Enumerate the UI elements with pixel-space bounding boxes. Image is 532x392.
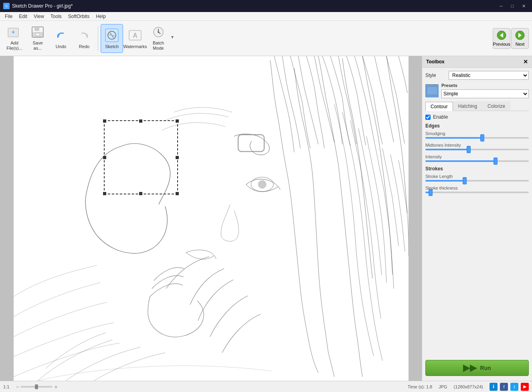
edges-label: Edges [425, 123, 529, 129]
time-label: Time (s): 1.8 [408, 384, 432, 389]
statusbar-zoom: − + [16, 384, 57, 390]
facebook-icon[interactable]: f [500, 383, 508, 391]
batch-mode-label: BatchMode [153, 40, 164, 51]
run-area: ▶▶ Run [422, 355, 532, 381]
toolbox-title: Toolbox [426, 59, 445, 65]
toolbox-close-icon[interactable]: ✕ [523, 59, 528, 65]
sketch-button[interactable]: Sketch [101, 24, 123, 53]
tab-hatching[interactable]: Hatching [453, 101, 482, 111]
status-social: ℹ f t ▶ [490, 383, 529, 391]
navigation-area: Previous Next [493, 28, 529, 49]
intensity-track[interactable] [425, 160, 529, 162]
svg-rect-27 [426, 85, 439, 97]
style-row: Style Realistic Simple Detailed Cartoon [425, 71, 529, 80]
save-as-icon [30, 26, 45, 39]
main-area: Toolbox ✕ Style Realistic Simple Detaile… [0, 56, 532, 381]
presets-label: Presets [441, 83, 529, 88]
stroke-length-thumb[interactable] [463, 177, 467, 184]
close-button[interactable]: ✕ [518, 2, 529, 10]
style-select[interactable]: Realistic Simple Detailed Cartoon [449, 71, 529, 80]
app-title: Sketch Drawer Pro - girl.jpg* [12, 3, 73, 9]
midtones-row: Midtones Intensity [425, 143, 529, 150]
info-icon[interactable]: ℹ [490, 383, 498, 391]
titlebar: S Sketch Drawer Pro - girl.jpg* ─ □ ✕ [0, 0, 532, 12]
redo-label: Redo [79, 44, 89, 49]
smudging-track[interactable] [425, 137, 529, 139]
batch-mode-button[interactable]: BatchMode [147, 24, 170, 53]
enable-checkbox[interactable] [425, 115, 431, 120]
batch-mode-icon [151, 26, 166, 39]
zoom-out-icon[interactable]: − [16, 384, 19, 390]
midtones-thumb[interactable] [467, 146, 471, 153]
add-files-button[interactable]: + AddFile(s)... [3, 24, 26, 53]
stroke-thickness-row: Stroke thickness [425, 186, 529, 193]
youtube-icon[interactable]: ▶ [521, 383, 529, 391]
statusbar-left: 1:1 [3, 384, 9, 389]
menu-view[interactable]: View [30, 13, 47, 20]
tab-row: Contour Hatching Colorize [425, 101, 529, 111]
svg-text:+: + [12, 29, 15, 35]
menu-help[interactable]: Help [93, 13, 109, 20]
presets-select[interactable]: Simple Detailed Soft Bold [441, 89, 529, 98]
intensity-thumb[interactable] [494, 158, 498, 165]
save-as-label: Saveas... [32, 40, 42, 51]
undo-button[interactable]: Undo [50, 24, 72, 53]
midtones-track[interactable] [425, 149, 529, 150]
stroke-thickness-track[interactable] [425, 192, 529, 193]
toolbar: + AddFile(s)... Saveas... [0, 21, 532, 56]
next-button[interactable]: Next [511, 28, 529, 49]
watermarks-button[interactable]: A Watermarks [124, 24, 146, 53]
run-label: Run [480, 365, 491, 371]
zoom-in-icon[interactable]: + [54, 384, 57, 390]
menu-tools[interactable]: Tools [47, 13, 65, 20]
presets-right: Presets Simple Detailed Soft Bold [441, 83, 529, 98]
dropdown-arrow[interactable]: ▼ [170, 35, 174, 39]
undo-label: Undo [56, 44, 66, 49]
previous-button[interactable]: Previous [493, 28, 510, 49]
twitter-icon[interactable]: t [510, 383, 518, 391]
smudging-row: Smudging [425, 131, 529, 139]
tab-colorize[interactable]: Colorize [482, 101, 510, 111]
svg-rect-23 [14, 56, 409, 381]
nav-buttons: Previous Next [493, 28, 529, 49]
canvas-area[interactable] [0, 56, 422, 381]
titlebar-left: S Sketch Drawer Pro - girl.jpg* [3, 3, 73, 9]
redo-button[interactable]: Redo [73, 24, 95, 53]
presets-preview-icon [425, 84, 438, 97]
sketch-canvas[interactable] [14, 56, 409, 381]
menubar: File Edit View Tools SoftOrbits Help [0, 12, 532, 21]
svg-rect-5 [36, 33, 40, 36]
minimize-button[interactable]: ─ [496, 2, 506, 10]
toolbar-group-main: + AddFile(s)... Saveas... [3, 22, 174, 55]
svg-point-18 [158, 31, 159, 33]
menu-file[interactable]: File [2, 13, 16, 20]
sketch-icon [105, 28, 119, 42]
redo-icon [77, 28, 91, 42]
menu-softorbits[interactable]: SoftOrbits [65, 13, 93, 20]
stroke-length-label: Stroke Length [425, 174, 529, 179]
separator-1 [98, 26, 98, 51]
app-icon: S [3, 3, 10, 9]
titlebar-controls: ─ □ ✕ [496, 2, 529, 10]
toolbox-content: Style Realistic Simple Detailed Cartoon [422, 68, 532, 355]
style-label: Style [425, 73, 445, 78]
zoom-slider-thumb[interactable] [35, 384, 38, 389]
sketch-label: Sketch [105, 44, 119, 49]
dimensions-label: (1280x877x24) [454, 384, 483, 389]
save-as-button[interactable]: Saveas... [26, 24, 49, 53]
add-files-label: AddFile(s)... [6, 40, 22, 51]
sketch-drawing [14, 56, 409, 381]
intensity-label: Intensity [425, 154, 529, 159]
menu-edit[interactable]: Edit [16, 13, 30, 20]
stroke-thickness-thumb[interactable] [429, 189, 433, 196]
run-button[interactable]: ▶▶ Run [425, 360, 529, 376]
smudging-thumb[interactable] [480, 134, 484, 141]
maximize-button[interactable]: □ [507, 2, 518, 10]
tab-contour[interactable]: Contour [425, 102, 453, 111]
run-icon: ▶▶ [463, 363, 477, 373]
midtones-fill [425, 149, 469, 150]
stroke-length-track[interactable] [425, 180, 529, 182]
add-files-icon: + [7, 26, 22, 39]
zoom-slider-track[interactable] [20, 386, 53, 388]
next-label: Next [516, 42, 525, 46]
